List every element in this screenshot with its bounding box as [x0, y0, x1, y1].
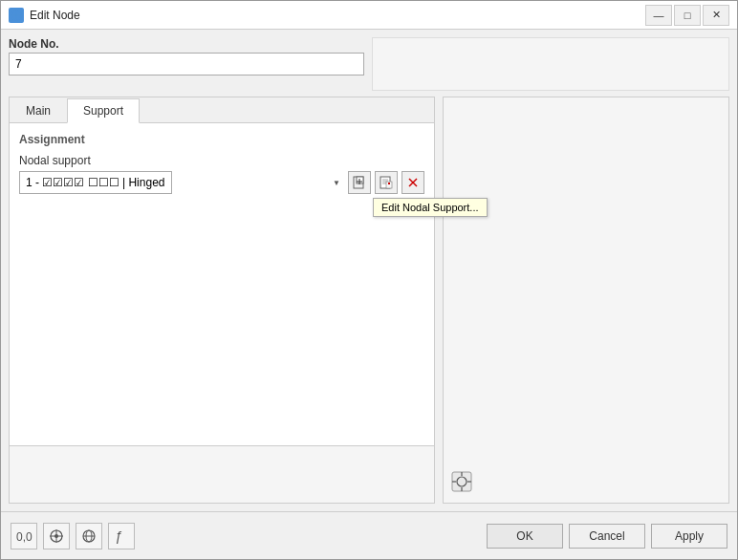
tab-main[interactable]: Main [10, 98, 67, 123]
left-panel: Main Support Assignment Nodal support 1 … [9, 97, 435, 504]
svg-point-26 [54, 534, 58, 538]
svg-rect-11 [386, 182, 392, 188]
window-icon [9, 8, 24, 23]
node-no-input[interactable] [9, 53, 364, 75]
formula-icon-button[interactable]: ƒ [108, 523, 135, 549]
content-area: Node No. Main Support Assignment Nodal s… [1, 30, 737, 511]
nodal-support-select-wrapper: 1 - ☑☑☑☑ ☐☐☐ | Hinged ▼ [19, 171, 344, 194]
panel-content: Assignment Nodal support 1 - ☑☑☑☑ ☐☐☐ | … [10, 123, 434, 445]
nodal-support-container: 1 - ☑☑☑☑ ☐☐☐ | Hinged ▼ [19, 171, 424, 194]
node-no-label: Node No. [9, 37, 364, 51]
edit-node-window: Edit Node — □ ✕ Node No. Main Support [0, 0, 738, 560]
nodal-support-label: Nodal support [19, 154, 424, 167]
minimize-button[interactable]: — [645, 5, 672, 26]
coordinates-icon-button[interactable]: 0,0 [11, 523, 37, 549]
new-nodal-support-button[interactable] [348, 171, 371, 194]
tab-support[interactable]: Support [67, 98, 140, 123]
svg-text:ƒ: ƒ [115, 528, 122, 544]
node-icon-toolbar [48, 528, 65, 545]
window-controls: — □ ✕ [645, 5, 729, 26]
delete-nodal-support-button[interactable] [402, 171, 424, 194]
view-settings-icon [451, 471, 472, 492]
node-no-section: Node No. [9, 37, 364, 91]
bottom-bar: 0,0 [1, 511, 737, 559]
apply-button[interactable]: Apply [651, 524, 727, 549]
coordinates-icon: 0,0 [15, 528, 33, 545]
right-panel-top-empty [372, 37, 729, 91]
new-icon [353, 176, 366, 189]
bottom-icons: 0,0 [11, 523, 135, 549]
left-panel-bottom [10, 445, 434, 503]
right-panel [443, 97, 729, 504]
svg-text:0,0: 0,0 [16, 530, 33, 544]
top-section: Node No. [9, 37, 729, 91]
nodal-support-select[interactable]: 1 - ☑☑☑☑ ☐☐☐ | Hinged [19, 171, 172, 194]
edit-nodal-support-tooltip: Edit Nodal Support... [373, 198, 488, 217]
assignment-title: Assignment [19, 133, 424, 146]
edit-nodal-support-button[interactable] [375, 171, 398, 194]
tabs-and-main: Main Support Assignment Nodal support 1 … [9, 97, 729, 504]
dialog-buttons: OK Cancel Apply [487, 524, 727, 549]
window-title: Edit Node [30, 9, 80, 22]
right-panel-bottom-icon [451, 471, 472, 495]
close-button[interactable]: ✕ [703, 5, 729, 26]
delete-icon [406, 176, 420, 189]
node-icon-button[interactable] [43, 523, 70, 549]
tabs-bar: Main Support [10, 97, 434, 123]
title-bar: Edit Node — □ ✕ [1, 1, 737, 30]
view-icon-button[interactable] [76, 523, 102, 549]
select-arrow-icon: ▼ [333, 179, 340, 187]
edit-icon [380, 176, 393, 189]
ok-button[interactable]: OK [487, 524, 563, 549]
formula-icon: ƒ [113, 528, 130, 545]
right-panel-main [444, 97, 728, 503]
view-icon [80, 528, 98, 545]
nodal-support-row: 1 - ☑☑☑☑ ☐☐☐ | Hinged ▼ [19, 171, 424, 194]
title-bar-left: Edit Node [9, 8, 80, 23]
maximize-button[interactable]: □ [674, 5, 701, 26]
cancel-button[interactable]: Cancel [569, 524, 645, 549]
